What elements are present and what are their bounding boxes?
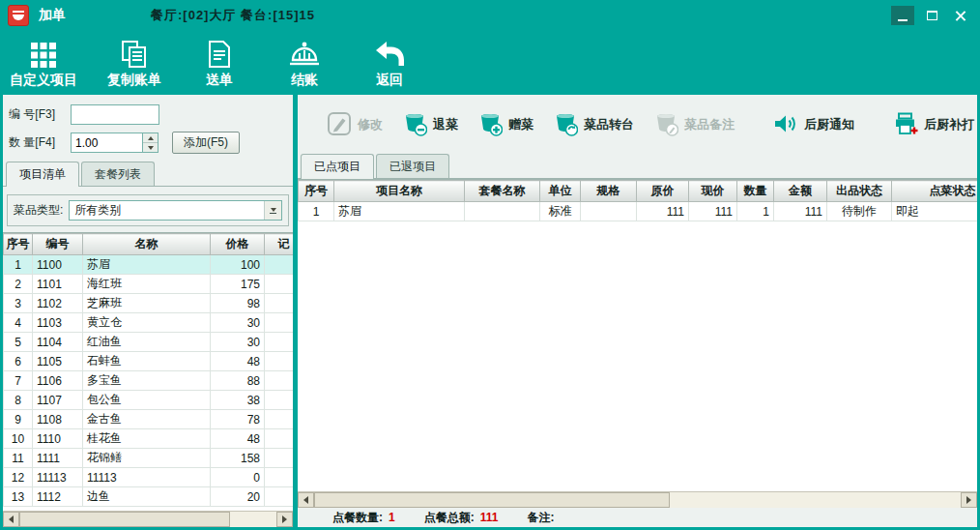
checkout-dome-icon: [288, 38, 321, 69]
menu-row[interactable]: 111111花锦鳝158: [4, 449, 294, 468]
order-table: 序号 项目名称 套餐名称 单位 规格 原价 现价 数量 金额 出品状态 点菜状态: [298, 180, 977, 221]
checkout-button[interactable]: 结账: [276, 38, 332, 89]
main-toolbar: 自定义项目 复制账单 送单: [0, 31, 980, 95]
col-unit: 单位: [540, 181, 581, 202]
col-cur-price: 现价: [689, 181, 737, 202]
col-price: 价格: [211, 234, 265, 255]
menu-row[interactable]: 131112边鱼20: [4, 487, 294, 507]
col-note: 记: [265, 234, 294, 255]
scroll-right-icon[interactable]: [276, 512, 293, 527]
code-label: 编 号[F3]: [9, 106, 71, 123]
titlebar: 加单 餐厅:[02]大厅 餐台:[15]15: [0, 0, 980, 31]
menu-row[interactable]: 1211113111130: [4, 468, 294, 487]
main-area: 编 号[F3] 数 量[F4] 添加(F5) 项目清单: [0, 95, 980, 530]
menu-row[interactable]: 101110桂花鱼48: [4, 429, 294, 449]
col-orig-price: 原价: [637, 181, 689, 202]
col-order-status: 点菜状态: [892, 181, 978, 202]
action-kitchen-notify-label: 后厨通知: [804, 116, 854, 133]
menu-row[interactable]: 31102芝麻班98: [4, 294, 294, 313]
col-qty: 数量: [737, 181, 774, 202]
add-button[interactable]: 添加(F5): [172, 132, 240, 154]
close-icon[interactable]: [949, 6, 972, 25]
code-input[interactable]: [71, 104, 159, 125]
combo-dropdown-icon[interactable]: [264, 201, 281, 220]
qty-input[interactable]: [71, 132, 142, 153]
transfer-dish-icon: [553, 111, 578, 139]
menu-row[interactable]: 21101海红班175: [4, 275, 294, 294]
back-arrow-icon: [373, 38, 406, 69]
window-title: 加单: [39, 7, 66, 24]
menu-row[interactable]: 41103黄立仓30: [4, 313, 294, 333]
scroll-left-icon[interactable]: [3, 512, 19, 527]
action-transfer-dish-label: 菜品转台: [584, 116, 634, 133]
order-panel: 修改 退菜: [298, 95, 977, 527]
app-logo-icon: [8, 5, 29, 26]
maximize-icon[interactable]: [920, 6, 943, 25]
order-row[interactable]: 1 苏眉 标准 111 111 1 111 待制作 即起: [299, 202, 978, 221]
menu-row[interactable]: 51104红油鱼30: [4, 333, 294, 352]
reprint-icon: [893, 111, 918, 139]
add-order-window: 加单 餐厅:[02]大厅 餐台:[15]15 自定义项目: [0, 0, 980, 530]
action-gift-dish-label: 赠菜: [508, 116, 533, 133]
order-header-row: 序号 项目名称 套餐名称 单位 规格 原价 现价 数量 金额 出品状态 点菜状态: [299, 181, 978, 202]
col-item-name: 项目名称: [334, 181, 465, 202]
back-button[interactable]: 返回: [361, 38, 418, 89]
order-qty-label: 点餐数量:: [332, 510, 383, 526]
menu-row[interactable]: 11100苏眉100: [4, 255, 294, 275]
grid-icon: [30, 38, 57, 69]
action-dish-note-label: 菜品备注: [684, 116, 735, 133]
left-hscrollbar[interactable]: [3, 511, 293, 527]
action-return-dish[interactable]: 退菜: [402, 111, 458, 139]
qty-down-icon[interactable]: [143, 143, 158, 152]
left-tabs: 项目清单 套餐列表: [3, 162, 293, 187]
menu-panel: 编 号[F3] 数 量[F4] 添加(F5) 项目清单: [3, 95, 293, 527]
menu-header-row: 序号 编号 名称 价格 记: [4, 234, 294, 255]
order-total-value: 111: [480, 511, 499, 524]
order-actions-bar: 修改 退菜: [298, 95, 977, 155]
action-kitchen-reprint[interactable]: 后厨补打: [893, 111, 974, 139]
order-qty-value: 1: [389, 511, 395, 524]
order-total-label: 点餐总额:: [424, 510, 475, 526]
tab-returned-items[interactable]: 已退项目: [376, 154, 449, 178]
speaker-icon: [773, 111, 798, 139]
action-modify-label: 修改: [358, 116, 383, 133]
entry-fields: 编 号[F3] 数 量[F4] 添加(F5): [3, 95, 293, 162]
copy-bill-button[interactable]: 复制账单: [106, 38, 162, 89]
col-amount: 金额: [774, 181, 827, 202]
action-return-dish-label: 退菜: [433, 116, 458, 133]
action-modify[interactable]: 修改: [327, 111, 383, 139]
menu-row[interactable]: 61105石蚌鱼48: [4, 352, 294, 371]
col-combo-name: 套餐名称: [465, 181, 540, 202]
copy-bill-label: 复制账单: [107, 72, 161, 89]
action-kitchen-notify[interactable]: 后厨通知: [773, 111, 854, 139]
tab-combo-list[interactable]: 套餐列表: [81, 162, 155, 186]
dish-type-box: 菜品类型: 所有类别: [7, 194, 289, 226]
right-hscrollbar[interactable]: [298, 491, 977, 508]
action-gift-dish[interactable]: 赠菜: [477, 111, 533, 139]
send-order-button[interactable]: 送单: [191, 38, 247, 89]
scroll-left-icon[interactable]: [298, 492, 314, 508]
col-seq: 序号: [299, 181, 334, 202]
pencil-icon: [327, 111, 352, 139]
tab-ordered-items[interactable]: 已点项目: [301, 154, 374, 179]
menu-row[interactable]: 81107包公鱼38: [4, 391, 294, 410]
custom-item-button[interactable]: 自定义项目: [10, 38, 77, 89]
action-transfer-dish[interactable]: 菜品转台: [553, 111, 634, 139]
menu-row[interactable]: 71106多宝鱼88: [4, 371, 294, 391]
window-subtitle: 餐厅:[02]大厅 餐台:[15]15: [151, 7, 315, 24]
qty-up-icon[interactable]: [143, 133, 158, 143]
menu-grid-wrap: 序号 编号 名称 价格 记 11100苏眉100 21101海红班175 311…: [3, 232, 293, 511]
dish-note-icon: [653, 111, 678, 139]
dish-type-select[interactable]: 所有类别: [69, 200, 282, 221]
tab-item-list[interactable]: 项目清单: [6, 162, 79, 187]
action-dish-note[interactable]: 菜品备注: [653, 111, 735, 139]
order-grid-wrap: 序号 项目名称 套餐名称 单位 规格 原价 现价 数量 金额 出品状态 点菜状态: [298, 179, 977, 491]
col-name: 名称: [83, 234, 211, 255]
scroll-right-icon[interactable]: [961, 492, 977, 508]
back-label: 返回: [376, 72, 403, 89]
custom-item-label: 自定义项目: [10, 72, 77, 89]
order-note-label: 备注:: [527, 510, 554, 526]
minimize-icon[interactable]: [891, 6, 914, 25]
checkout-label: 结账: [291, 72, 318, 89]
menu-row[interactable]: 91108金古鱼78: [4, 410, 294, 429]
